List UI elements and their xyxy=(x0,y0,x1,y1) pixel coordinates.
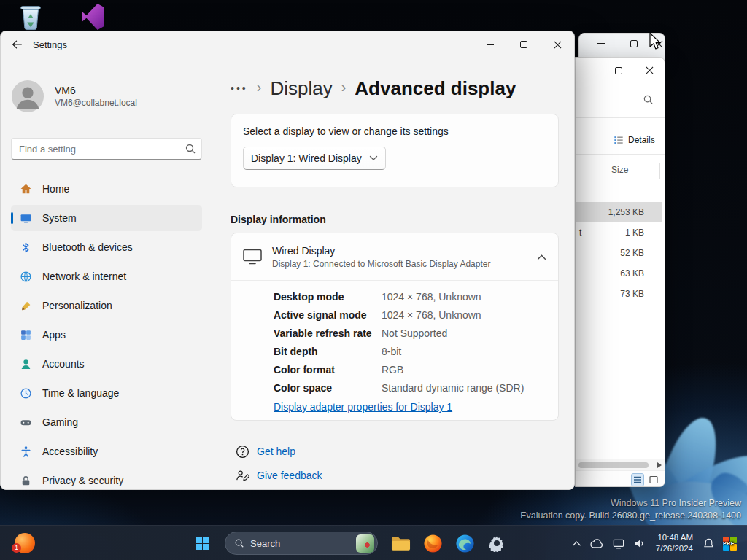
breadcrumb-overflow-button[interactable]: ••• xyxy=(231,82,248,94)
minimize-icon[interactable] xyxy=(597,43,605,44)
insider-preview-tray-icon[interactable]: PRE xyxy=(723,537,737,551)
search-input[interactable] xyxy=(11,138,202,160)
maximize-icon[interactable] xyxy=(615,67,622,74)
breadcrumb-display[interactable]: Display xyxy=(270,77,332,100)
chevron-down-icon xyxy=(369,155,378,161)
tray-display-icon[interactable] xyxy=(612,537,625,550)
scrollbar-thumb[interactable] xyxy=(578,462,649,468)
close-button[interactable] xyxy=(541,31,574,58)
wired-display-expander[interactable]: Wired Display Display 1: Connected to Mi… xyxy=(231,233,558,280)
file-row-selected[interactable]: 1,253 KB xyxy=(576,202,662,222)
thumbnail-view-toggle[interactable] xyxy=(647,473,660,486)
maximize-icon[interactable] xyxy=(630,40,638,47)
tray-cloud-icon[interactable] xyxy=(589,538,604,549)
watermark-line1: Windows 11 Pro Insider Preview xyxy=(520,497,741,510)
search-icon xyxy=(234,538,244,548)
search-icon[interactable] xyxy=(643,94,654,105)
search-icon[interactable] xyxy=(185,143,196,155)
file-row[interactable]: 63 KB xyxy=(576,263,662,284)
clock-icon xyxy=(20,387,32,400)
thumbnail-view-icon xyxy=(649,475,658,484)
horizontal-scrollbar[interactable] xyxy=(576,459,665,470)
user-name: VM6 xyxy=(55,85,137,96)
settings-taskbar-icon[interactable] xyxy=(482,529,511,558)
mouse-cursor xyxy=(648,32,664,51)
info-row-variable-refresh-rate: Variable refresh rate Not Supported xyxy=(274,324,546,342)
sidebar-item-accounts[interactable]: Accounts xyxy=(11,351,202,377)
sidebar-item-accessibility[interactable]: Accessibility xyxy=(11,438,202,464)
app-shortcut-icon[interactable] xyxy=(76,1,111,34)
close-icon[interactable] xyxy=(646,66,654,74)
file-row[interactable]: t 1 KB xyxy=(576,222,662,243)
search-highlight-image[interactable] xyxy=(356,534,374,553)
details-icon xyxy=(614,135,624,145)
system-icon xyxy=(20,212,32,225)
volume-icon[interactable] xyxy=(633,537,646,550)
sidebar-item-network-internet[interactable]: Network & internet xyxy=(11,263,202,289)
show-hidden-icons-chevron[interactable] xyxy=(572,540,581,547)
notification-badge: 1 xyxy=(12,543,21,553)
sidebar-item-privacy-security[interactable]: Privacy & security xyxy=(11,467,202,490)
brush-icon xyxy=(20,300,32,312)
maximize-icon xyxy=(520,41,527,48)
settings-titlebar[interactable]: Settings xyxy=(1,31,574,58)
details-view-button[interactable]: Details xyxy=(614,131,655,149)
recycle-bin-icon[interactable] xyxy=(13,1,48,34)
taskbar: 1 Search xyxy=(0,525,747,560)
sidebar-item-gaming[interactable]: Gaming xyxy=(11,409,202,435)
get-help-link[interactable]: Get help xyxy=(236,440,322,462)
start-button[interactable] xyxy=(187,529,217,558)
sidebar-item-time-language[interactable]: Time & language xyxy=(11,380,202,406)
minimize-button[interactable] xyxy=(473,31,507,58)
info-row-color-format: Color format RGB xyxy=(274,360,546,378)
sidebar-item-personalization[interactable]: Personalization xyxy=(11,292,202,319)
give-feedback-link[interactable]: Give feedback xyxy=(236,464,322,486)
clock-time: 10:48 AM xyxy=(656,532,693,543)
gamepad-icon xyxy=(20,416,32,429)
scroll-right-arrow-icon[interactable] xyxy=(657,462,662,468)
file-row[interactable]: 73 KB xyxy=(576,284,662,304)
scrollbar-track[interactable] xyxy=(662,167,662,440)
sidebar-item-system[interactable]: System xyxy=(11,205,202,231)
display-information-card: Wired Display Display 1: Connected to Mi… xyxy=(231,233,559,421)
user-profile[interactable]: VM6 VM6@collabnet.local xyxy=(11,79,137,113)
display-info-rows: Desktop mode 1024 × 768, Unknown Active … xyxy=(231,281,558,413)
file-explorer-window[interactable]: Details Size 1,253 KB t 1 KB 52 KB 63 KB… xyxy=(575,57,665,487)
edge-icon xyxy=(455,534,475,553)
info-row-desktop-mode: Desktop mode 1024 × 768, Unknown xyxy=(274,287,546,306)
explorer-status-bar xyxy=(576,470,665,487)
divider xyxy=(576,179,665,179)
divider xyxy=(576,117,665,118)
back-button[interactable] xyxy=(1,31,33,58)
person-icon xyxy=(20,358,32,370)
notifications-bell-icon[interactable] xyxy=(703,537,715,550)
taskbar-search-box[interactable]: Search xyxy=(225,532,378,555)
chevron-up-icon[interactable] xyxy=(537,254,546,260)
file-list: 1,253 KB t 1 KB 52 KB 63 KB 73 KB xyxy=(576,202,662,304)
folder-icon xyxy=(391,535,411,551)
minimize-icon[interactable] xyxy=(583,71,590,71)
firefox-taskbar-icon[interactable] xyxy=(418,529,447,558)
column-header-size[interactable]: Size xyxy=(576,163,660,179)
close-icon xyxy=(554,41,562,49)
system-tray: 10:48 AM 7/26/2024 PRE xyxy=(572,526,737,560)
display-adapter-properties-link[interactable]: Display adapter properties for Display 1 xyxy=(274,401,452,413)
display-select-dropdown[interactable]: Display 1: Wired Display xyxy=(243,147,386,170)
display-card-title: Wired Display xyxy=(272,245,490,257)
list-view-icon xyxy=(633,475,642,484)
gear-icon xyxy=(488,534,506,552)
sidebar-item-home[interactable]: Home xyxy=(11,176,202,202)
sidebar-item-bluetooth-devices[interactable]: Bluetooth & devices xyxy=(11,234,202,260)
file-row[interactable]: 52 KB xyxy=(576,243,662,263)
column-divider[interactable] xyxy=(659,163,660,179)
window-controls xyxy=(473,31,574,58)
taskbar-clock[interactable]: 10:48 AM 7/26/2024 xyxy=(656,532,693,554)
taskbar-corner-app[interactable]: 1 xyxy=(15,533,35,553)
details-view-toggle[interactable] xyxy=(631,473,644,486)
maximize-button[interactable] xyxy=(507,31,541,58)
sidebar-item-apps[interactable]: Apps xyxy=(11,322,202,348)
file-explorer-taskbar-icon[interactable] xyxy=(386,529,415,558)
settings-window[interactable]: Settings VM6 VM6@collabnet.local xyxy=(0,31,575,490)
edge-taskbar-icon[interactable] xyxy=(450,529,479,558)
settings-footer-links: Get help Give feedback xyxy=(236,440,322,486)
